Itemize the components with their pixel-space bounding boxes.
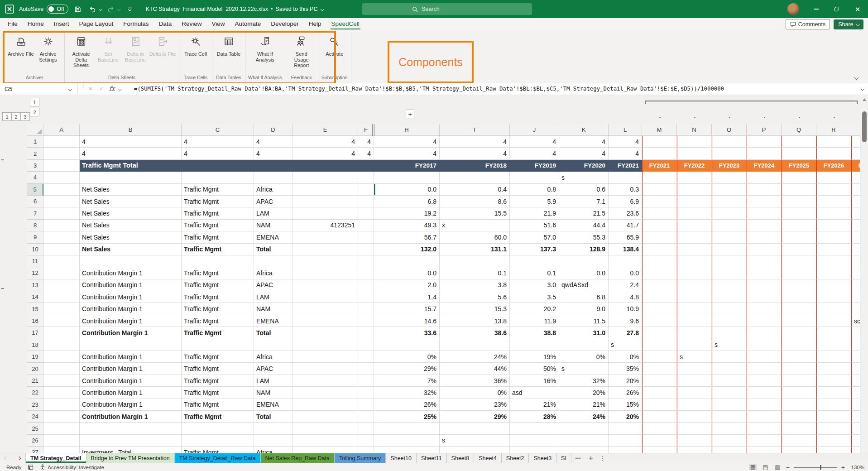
cell-B11[interactable] <box>80 255 182 267</box>
cell-J6[interactable]: 5.9 <box>510 196 559 207</box>
cell-S12[interactable] <box>851 267 860 279</box>
column-level-2-button[interactable]: 2 <box>30 108 39 116</box>
cell-K7[interactable]: 21.5 <box>559 207 609 219</box>
cell-A8[interactable] <box>43 220 80 231</box>
cell-J14[interactable]: 3.5 <box>510 291 559 303</box>
column-header-K[interactable]: K <box>559 124 609 136</box>
cell-O12[interactable] <box>712 267 747 279</box>
cell-L25[interactable] <box>609 423 642 434</box>
cell-Q12[interactable] <box>782 267 816 279</box>
cell-H4[interactable] <box>374 172 440 183</box>
cell-B25[interactable] <box>80 423 182 434</box>
row-header-2[interactable]: 2 <box>27 148 43 159</box>
cell-R17[interactable] <box>816 327 851 339</box>
cell-E20[interactable] <box>293 363 358 375</box>
cell-F11[interactable] <box>358 255 374 267</box>
cell-N10[interactable] <box>677 244 712 255</box>
cell-B18[interactable] <box>80 339 182 351</box>
cell-F21[interactable] <box>358 375 374 387</box>
cell-M16[interactable] <box>642 315 677 327</box>
cell-C11[interactable] <box>182 255 254 267</box>
cell-F1[interactable]: 4 <box>358 136 374 148</box>
cell-B16[interactable]: Contribution Margin 1 <box>80 315 182 327</box>
column-level-1-button[interactable]: 1 <box>30 98 39 106</box>
cell-Q26[interactable] <box>782 435 816 447</box>
cell-D27[interactable]: Africa <box>254 447 293 453</box>
cell-F14[interactable] <box>358 291 374 303</box>
cell-R3[interactable]: FY2026 <box>816 160 851 172</box>
cell-Q11[interactable] <box>782 255 816 267</box>
cell-O19[interactable] <box>712 351 747 363</box>
archive-file-button[interactable]: Archive File <box>7 35 34 57</box>
cell-M11[interactable] <box>642 255 677 267</box>
cell-H18[interactable] <box>374 339 440 351</box>
cell-Q6[interactable] <box>782 196 816 207</box>
cell-E9[interactable] <box>293 231 358 243</box>
cell-P17[interactable] <box>747 327 782 339</box>
cell-S13[interactable] <box>851 279 860 291</box>
cell-P16[interactable] <box>747 315 782 327</box>
cell-S9[interactable] <box>851 231 860 243</box>
cell-E23[interactable] <box>293 399 358 411</box>
cell-I21[interactable]: 36% <box>440 375 510 387</box>
cell-K11[interactable] <box>559 255 609 267</box>
cell-Q20[interactable] <box>782 363 816 375</box>
cell-O9[interactable] <box>712 231 747 243</box>
cell-I19[interactable]: 24% <box>440 351 510 363</box>
cell-D8[interactable]: NAM <box>254 220 293 231</box>
cell-B12[interactable]: Contribution Margin 1 <box>80 267 182 279</box>
sheet-nav-left-icon[interactable] <box>0 453 13 463</box>
cell-B24[interactable]: Contribution Margin 1 <box>80 411 182 423</box>
cell-H2[interactable]: 4 <box>374 148 440 159</box>
cell-H8[interactable]: 49.3 <box>374 220 440 231</box>
cell-D23[interactable]: EMENA <box>254 399 293 411</box>
sheet-tab-bridge-to-prev-tm-presentation[interactable]: Bridge to Prev TM Presentation <box>86 453 175 463</box>
cell-A22[interactable] <box>43 387 80 399</box>
cell-B6[interactable]: Net Sales <box>80 196 182 207</box>
cell-D26[interactable] <box>254 435 293 447</box>
cell-L22[interactable]: 26% <box>609 387 642 399</box>
row-header-22[interactable]: 22 <box>27 387 43 399</box>
cell-N14[interactable] <box>677 291 712 303</box>
column-header-Q[interactable]: Q <box>782 124 816 136</box>
cell-K25[interactable] <box>559 423 609 434</box>
cell-L8[interactable]: 41.7 <box>609 220 642 231</box>
cell-E19[interactable] <box>293 351 358 363</box>
row-header-7[interactable]: 7 <box>27 207 43 219</box>
cell-S21[interactable] <box>851 375 860 387</box>
cell-L7[interactable]: 23.6 <box>609 207 642 219</box>
sheet-tab-tm-strategy-detail-raw-data[interactable]: TM Strategy_Detail_Raw Data <box>175 453 261 463</box>
send-usage-report-button[interactable]: Send Usage Report <box>288 35 315 68</box>
cell-R23[interactable] <box>816 399 851 411</box>
cell-S2[interactable] <box>851 148 860 159</box>
cell-L24[interactable]: 20% <box>609 411 642 423</box>
sheet-tab-sheet4[interactable]: Sheet4 <box>474 453 502 463</box>
cell-D6[interactable]: APAC <box>254 196 293 207</box>
cell-R5[interactable] <box>816 184 851 196</box>
cell-I8[interactable]: x <box>440 220 510 231</box>
cell-S24[interactable] <box>851 411 860 423</box>
cell-M10[interactable] <box>642 244 677 255</box>
cell-M19[interactable] <box>642 351 677 363</box>
cell-O4[interactable] <box>712 172 747 183</box>
cell-N5[interactable] <box>677 184 712 196</box>
cell-H11[interactable] <box>374 255 440 267</box>
cell-M8[interactable] <box>642 220 677 231</box>
cell-C12[interactable]: Traffic Mgmt <box>182 267 254 279</box>
cell-P15[interactable] <box>747 303 782 315</box>
cell-H12[interactable]: 0.0 <box>374 267 440 279</box>
cell-S14[interactable] <box>851 291 860 303</box>
sheet-options-icon[interactable]: ⋮ <box>597 453 609 463</box>
cell-A15[interactable] <box>43 303 80 315</box>
cell-S15[interactable] <box>851 303 860 315</box>
zoom-level[interactable]: 130% <box>849 465 864 470</box>
cell-N8[interactable] <box>677 220 712 231</box>
cell-C17[interactable]: Traffic Mgmt <box>182 327 254 339</box>
cell-Q23[interactable] <box>782 399 816 411</box>
cell-P12[interactable] <box>747 267 782 279</box>
cell-H15[interactable]: 15.7 <box>374 303 440 315</box>
cell-S1[interactable] <box>851 136 860 148</box>
cell-D3[interactable] <box>254 160 293 172</box>
cell-S7[interactable] <box>851 207 860 219</box>
cell-F26[interactable] <box>358 435 374 447</box>
